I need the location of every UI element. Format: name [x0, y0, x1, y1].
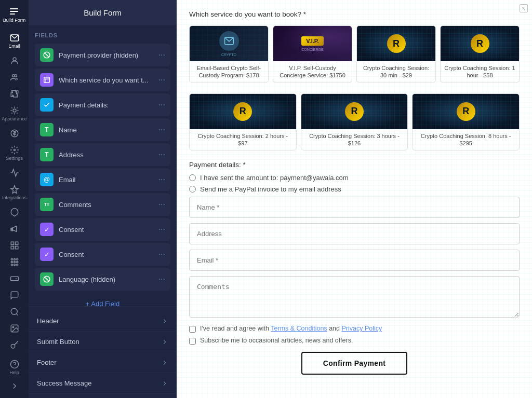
service-img-7: R [413, 94, 519, 129]
chevron-right-icon-4 [161, 380, 168, 387]
service-img-2: V.I.P. CONCIERGE [273, 26, 352, 61]
add-field-button[interactable]: + Add Field [35, 295, 170, 306]
section-success-label: Success Message [37, 379, 161, 387]
field-item-comments[interactable]: T≡ Comments ··· [35, 193, 170, 216]
nav-item-grid2[interactable] [0, 254, 29, 270]
nav-help-label: Help [9, 370, 19, 375]
nav-item-grid[interactable] [0, 238, 29, 253]
field-dots-payment-provider[interactable]: ··· [158, 50, 165, 60]
svg-point-17 [16, 258, 18, 260]
field-item-payment-details[interactable]: Payment details: ··· [35, 93, 170, 116]
field-icon-payment-provider [40, 48, 54, 62]
nav-item-dollar[interactable] [0, 126, 29, 141]
svg-point-25 [11, 308, 17, 314]
field-dots-email[interactable]: ··· [158, 175, 165, 184]
field-icon-consent2: ✓ [40, 248, 54, 261]
field-item-name[interactable]: T Name ··· [35, 118, 170, 141]
add-field-label: + Add Field [86, 300, 119, 306]
section-footer[interactable]: Footer [29, 352, 177, 373]
section-submit-button[interactable]: Submit Button [29, 332, 177, 352]
svg-rect-11 [11, 242, 14, 244]
main-form-area: Which service do you want to book? * CRY… [177, 0, 532, 398]
nav-item-key[interactable] [0, 337, 29, 353]
field-item-payment-provider[interactable]: Payment provider (hidden) ··· [35, 44, 170, 66]
svg-rect-34 [44, 77, 50, 83]
nav-item-group[interactable] [0, 70, 29, 85]
nav-item-image[interactable] [0, 321, 29, 336]
field-dots-address[interactable]: ··· [158, 150, 165, 159]
field-item-language[interactable]: Language (hidden) ··· [35, 268, 170, 291]
field-item-consent1[interactable]: ✓ Consent ··· [35, 218, 170, 241]
nav-logo-label: Build Form [3, 18, 26, 23]
field-name-which-service: Which service do you want t... [59, 76, 158, 84]
nav-item-expand[interactable] [0, 378, 29, 394]
nav-settings-label: Settings [6, 156, 23, 161]
nav-item-appearance[interactable]: Appearance [0, 103, 29, 125]
field-icon-which-service [40, 73, 54, 87]
nav-item-help[interactable]: Help [0, 356, 29, 378]
field-name-language: Language (hidden) [59, 276, 158, 283]
svg-point-4 [13, 58, 16, 61]
field-dots-which-service[interactable]: ··· [158, 75, 165, 85]
nav-item-rocket[interactable] [0, 204, 29, 220]
svg-line-38 [45, 277, 49, 281]
svg-rect-1 [10, 11, 18, 12]
chevron-right-icon-2 [161, 338, 168, 346]
field-dots-consent1[interactable]: ··· [158, 225, 165, 234]
svg-point-6 [15, 75, 17, 77]
field-name-address: Address [59, 151, 158, 159]
field-dots-comments[interactable]: ··· [158, 200, 165, 209]
svg-point-9 [14, 149, 15, 151]
service-img-5: R [190, 94, 296, 129]
nav-item-chart[interactable] [0, 165, 29, 181]
field-dots-payment-details[interactable]: ··· [158, 100, 165, 109]
field-item-email[interactable]: @ Email ··· [35, 168, 170, 191]
nav-appearance-label: Appearance [2, 116, 27, 121]
nav-item-megaphone[interactable] [0, 221, 29, 237]
svg-point-22 [14, 264, 15, 266]
svg-line-26 [16, 313, 18, 315]
section-submit-label: Submit Button [37, 338, 161, 346]
nav-item-tag[interactable] [0, 271, 29, 286]
svg-point-21 [11, 264, 12, 266]
field-icon-consent1: ✓ [40, 223, 54, 236]
field-dots-consent2[interactable]: ··· [158, 250, 165, 259]
field-name-name: Name [59, 126, 158, 134]
field-item-address[interactable]: T Address ··· [35, 143, 170, 166]
svg-point-20 [16, 262, 18, 263]
svg-point-18 [11, 262, 12, 263]
nav-item-settings[interactable]: Settings [0, 142, 29, 164]
svg-point-23 [16, 264, 18, 266]
nav-item-search[interactable] [0, 304, 29, 320]
field-icon-language [40, 272, 54, 286]
svg-point-28 [12, 326, 14, 327]
bottom-sections: Header Submit Button Footer Success Mess… [29, 306, 177, 398]
svg-rect-14 [11, 246, 14, 249]
nav-item-integrations[interactable]: Integrations [0, 182, 29, 203]
panel-title: Build Form [84, 8, 122, 17]
field-icon-name: T [40, 123, 54, 136]
fields-section: FIELDS Payment provider (hidden) ··· Whi… [29, 26, 177, 306]
nav-item-users[interactable] [0, 53, 29, 68]
service-img-3: R [357, 26, 435, 61]
nav-email-label: Email [8, 44, 20, 49]
svg-rect-12 [15, 242, 18, 244]
field-dots-name[interactable]: ··· [158, 125, 165, 134]
section-header[interactable]: Header [29, 311, 177, 332]
nav-integrations-label: Integrations [2, 195, 26, 200]
section-success-message[interactable]: Success Message [29, 373, 177, 394]
svg-line-33 [45, 53, 49, 57]
field-item-consent2[interactable]: ✓ Consent ··· [35, 243, 170, 266]
field-icon-address: T [40, 148, 54, 161]
nav-item-chat[interactable] [0, 287, 29, 303]
nav-item-email[interactable]: Email [0, 30, 29, 52]
svg-rect-13 [15, 246, 18, 249]
nav-item-puzzle[interactable] [0, 86, 29, 102]
field-dots-language[interactable]: ··· [158, 275, 165, 284]
field-name-payment-details: Payment details: [59, 101, 158, 109]
field-item-which-service[interactable]: Which service do you want t... ··· [35, 68, 170, 91]
field-name-comments: Comments [59, 201, 158, 209]
fields-label: FIELDS [35, 32, 170, 38]
field-name-consent1: Consent [59, 226, 158, 234]
service-card-1[interactable]: CRYPTO Email-Based Crypto Self-Custody P… [189, 25, 269, 83]
